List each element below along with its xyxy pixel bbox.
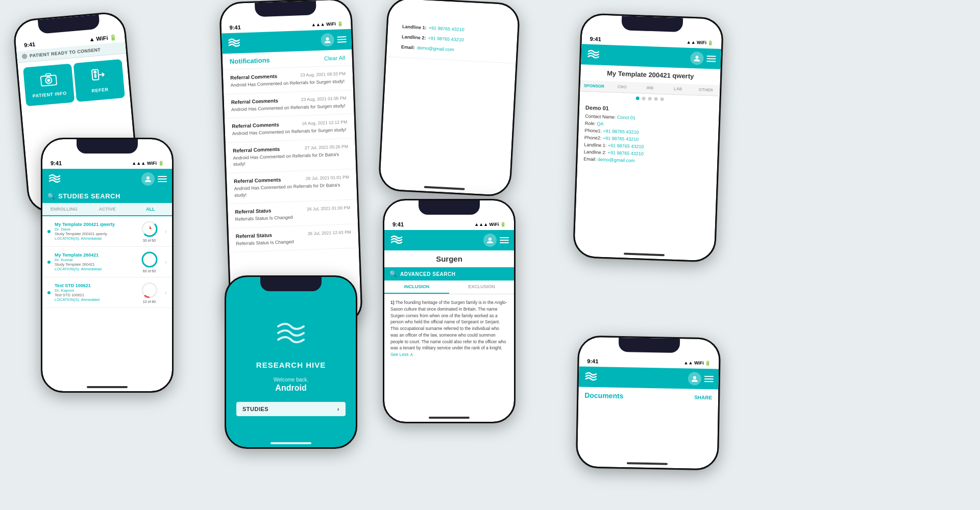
studies-button[interactable]: STUDIES › [236,402,346,416]
tab-lab[interactable]: LAB [664,83,692,95]
studies-btn-label: STUDIES [242,406,268,412]
surgen-profile-icon[interactable] [483,234,497,247]
tab-other[interactable]: OTHER [692,84,720,96]
svg-point-15 [695,56,698,59]
template-logo [586,47,601,62]
phone1-val: +91 98765 43210 [603,129,639,135]
study-location-2: LOCATION(S): Ahmedabad [55,267,134,271]
surgen-title: Surgen [384,250,514,267]
notif-body-4: Android Has Commented on Referrals for D… [234,182,350,198]
studies-header [42,169,172,189]
landline2-label: Landline 2: [402,34,426,40]
tab-active[interactable]: ACTIVE [86,203,129,215]
tab-all[interactable]: ALL [129,203,172,216]
surgen-body: 1)The founding heritage of the Surgen fa… [384,294,514,363]
tab-irb[interactable]: IRB [636,82,664,94]
tab-sponsor[interactable]: SPONSOR [580,80,608,92]
notif-item-3[interactable]: Referral Comments27 Jul, 2021 05:26 PM A… [226,138,356,173]
clear-all-button[interactable]: Clear All [324,55,345,61]
tiles-container: PATIENT INFO REFER [17,54,131,112]
documents-header: Documents SHARE [578,387,719,406]
splash-screen: RESEARCH HIVE Welcome back, Android STUD… [226,277,356,447]
time-1: 9:41 [24,41,36,48]
study-doctor-3: Dr. Kapoor [55,288,134,293]
landline1-label: Landline 1: [402,24,427,30]
notif-type-0: Referral Comments [230,73,278,81]
notifications-title: Notifications [230,56,270,65]
refer-tile[interactable]: REFER [74,59,125,102]
patient-info-label: PATIENT INFO [32,91,67,99]
notif-menu-icon[interactable] [337,36,346,43]
role-val: QA [597,121,603,126]
notif-item-6[interactable]: Referral Status26 Jul, 2021 12:43 PM Ref… [228,224,359,252]
documents-teal-header [579,367,719,390]
home-bar-8 [627,462,668,465]
exclusion-tab[interactable]: EXCLUSION [449,280,514,294]
camera-icon [40,72,58,90]
tab-enrolling[interactable]: ENROLLING [42,203,86,215]
notch-7 [621,16,683,32]
landline1-val: +91 98765 43210 [608,143,644,149]
patient-info-tile[interactable]: PATIENT INFO [23,64,75,107]
notch-6 [419,200,480,215]
study-item-3[interactable]: Test STD 100621 Dr. Kapoor Test STD 1006… [42,277,172,308]
documents-menu-icon[interactable] [704,376,714,382]
svg-point-2 [47,79,51,82]
notif-type-5: Referral Status [235,208,271,215]
home-bar-2 [87,386,128,388]
study-progress-2: 60 of 60 [138,251,161,273]
username-text: Android [275,384,306,392]
surgen-num: 1) [390,300,395,305]
see-less-link[interactable]: See Less ∧ [390,352,413,357]
template-profile-icon[interactable] [690,52,704,65]
dot-0 [635,96,639,100]
share-button[interactable]: SHARE [694,394,712,400]
filter-tabs: ENROLLING ACTIVE ALL [42,203,172,216]
research-hive-logo [273,319,309,349]
study-item-1[interactable]: My Template 200421 qwerty Dr. Dave Study… [42,216,172,247]
documents-profile-icon[interactable] [688,372,701,385]
surgen-logo [389,233,404,247]
surgen-body-text: The founding heritage of the Surgen fami… [390,300,507,350]
header-icons [141,172,167,186]
time-7: 9:41 [590,36,601,42]
search-glass-icon: 🔍 [389,270,397,277]
profile-icon[interactable] [141,172,155,186]
notif-time-2: 16 Aug, 2021 12:12 PM [302,119,347,126]
template-menu-icon[interactable] [706,56,716,62]
landline1-value: +91 98765 43210 [428,26,464,33]
svg-point-7 [146,176,150,180]
notif-logo [227,36,241,50]
dot-2 [648,97,651,100]
svg-point-14 [488,238,492,241]
landline2-value: +91 98765 43210 [428,36,464,43]
studies-arrow: › [337,406,339,412]
tab-cro[interactable]: CRO [608,81,636,93]
consent-dot [22,54,28,59]
inclusion-tab[interactable]: INCLUSION [384,280,449,294]
study-progress-3: 10 of 80 [138,282,161,303]
notif-type-2: Referral Comments [232,122,279,129]
status-bar-6: 9:41 ▲▲▲ WiFi 🔋 [384,216,514,230]
time-6: 9:41 [393,221,404,227]
notif-item-4[interactable]: Referral Comments26 Jul, 2021 01:01 PM A… [227,169,357,205]
surgen-teal-header [384,230,514,250]
studies-search-label: STUDIES SEARCH [58,192,120,200]
app-name: RESEARCH HIVE [256,361,326,369]
study-item-2[interactable]: My Template 260421 Dr. Kumar Study Templ… [42,247,172,277]
study-doctor-2: Dr. Kumar [55,258,134,262]
phone-documents: 9:41 ▲▲ WiFi 🔋 [576,336,721,471]
documents-logo [584,370,598,384]
menu-icon[interactable] [158,176,167,182]
notif-profile-icon[interactable] [321,33,334,47]
status-bar-2: 9:41 ▲▲▲ WiFi 🔋 [42,155,172,169]
progress-label-2: 60 of 60 [143,269,156,273]
documents-title: Documents [584,391,624,400]
notif-type-6: Referral Status [236,232,272,239]
refer-icon [89,67,109,85]
surgen-menu-icon[interactable] [500,237,509,243]
study-name-2: My Template 260421 [55,252,134,258]
study-name-1: My Template 200421 qwerty [55,222,134,227]
notif-time-0: 23 Aug, 2021 08:33 PM [300,71,346,78]
phone-contact-partial: Landline 1: +91 98765 43210 Landline 2: … [378,0,521,197]
